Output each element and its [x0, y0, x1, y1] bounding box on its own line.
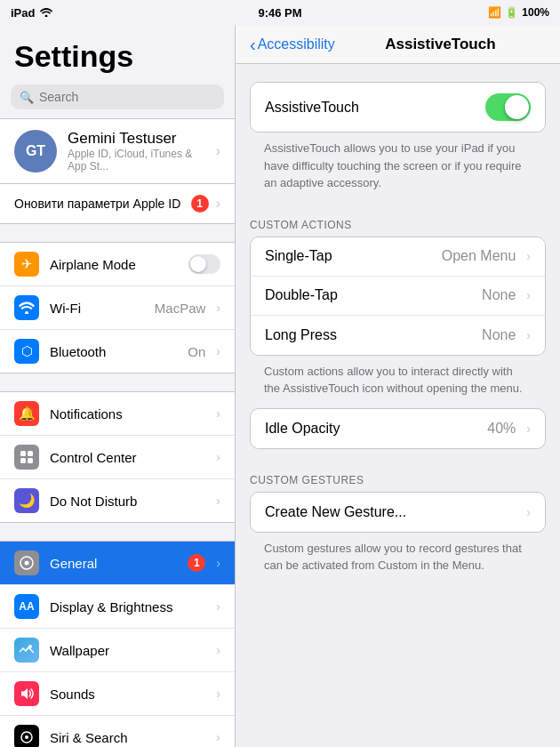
- sidebar: Settings 🔍 GT Gemini Testuser Apple ID, …: [0, 25, 236, 747]
- controlcenter-chevron: ›: [216, 450, 220, 464]
- svg-point-11: [25, 735, 28, 739]
- idle-opacity-section: Idle Opacity 40% ›: [250, 408, 546, 449]
- assistivetouch-toggle[interactable]: [485, 93, 531, 121]
- idle-opacity-row[interactable]: Idle Opacity 40% ›: [251, 409, 545, 448]
- donotdisturb-label: Do Not Disturb: [50, 494, 205, 509]
- siri-chevron: ›: [216, 730, 220, 744]
- notifications-icon: 🔔: [14, 401, 39, 426]
- svg-point-7: [25, 561, 29, 566]
- sidebar-item-controlcenter[interactable]: Control Center ›: [0, 436, 235, 479]
- sidebar-item-notifications[interactable]: 🔔 Notifications ›: [0, 392, 235, 436]
- user-profile-section[interactable]: GT Gemini Testuser Apple ID, iCloud, iTu…: [0, 118, 235, 184]
- sidebar-item-displaybrightness[interactable]: AA Display & Brightness ›: [0, 585, 235, 629]
- right-header: ‹ Accessibility AssistiveTouch: [236, 25, 560, 64]
- back-chevron-icon: ‹: [250, 36, 256, 53]
- sidebar-title: Settings: [0, 25, 235, 81]
- displaybrightness-icon: AA: [14, 594, 39, 619]
- single-tap-chevron: ›: [526, 249, 531, 263]
- assistivetouch-toggle-row[interactable]: AssistiveTouch: [251, 83, 545, 132]
- airplane-icon: ✈: [14, 252, 39, 277]
- bluetooth-icon: ⬡: [14, 339, 39, 364]
- settings-group-prefs: General 1 › AA Display & Brightness › Wa…: [0, 541, 235, 747]
- sounds-svg: [20, 687, 34, 701]
- double-tap-row[interactable]: Double-Tap None ›: [251, 277, 545, 316]
- carrier-text: iPad: [11, 6, 35, 20]
- sidebar-item-donotdisturb[interactable]: 🌙 Do Not Disturb ›: [0, 479, 235, 522]
- wifi-status-icon: [40, 8, 52, 17]
- custom-actions-section: CUSTOM ACTIONS Single-Tap Open Menu › Do…: [250, 212, 546, 356]
- sounds-icon: [14, 681, 39, 706]
- svg-rect-2: [20, 451, 26, 456]
- general-label: General: [50, 556, 177, 571]
- controlcenter-label: Control Center: [50, 450, 205, 465]
- search-icon: 🔍: [20, 91, 34, 104]
- wifi-label: Wi-Fi: [50, 301, 144, 316]
- sidebar-item-general[interactable]: General 1 ›: [0, 542, 235, 585]
- status-bar-time: 9:46 PM: [258, 6, 301, 20]
- siri-icon: [14, 725, 39, 747]
- user-subtitle: Apple ID, iCloud, iTunes & App St...: [68, 148, 205, 173]
- wallpaper-chevron: ›: [216, 643, 220, 657]
- search-input[interactable]: [39, 90, 215, 104]
- wallpaper-label: Wallpaper: [50, 643, 205, 658]
- single-tap-row[interactable]: Single-Tap Open Menu ›: [251, 237, 545, 277]
- custom-actions-description: Custom actions allow you to interact dir…: [250, 356, 546, 408]
- bluetooth-icon: 📶: [488, 6, 501, 19]
- create-gesture-label: Create New Gesture...: [265, 504, 516, 520]
- wifi-icon: [14, 295, 39, 320]
- sidebar-item-wallpaper[interactable]: Wallpaper ›: [0, 629, 235, 672]
- create-gesture-row[interactable]: Create New Gesture... ›: [251, 493, 545, 532]
- airplane-label: Airplane Mode: [50, 257, 178, 272]
- siri-label: Siri & Search: [50, 730, 205, 745]
- svg-point-9: [28, 645, 32, 648]
- general-svg: [20, 556, 34, 570]
- wifi-svg: [19, 301, 35, 314]
- controlcenter-icon: [14, 445, 39, 470]
- update-banner[interactable]: Оновити параметри Apple ID 1 ›: [0, 184, 235, 224]
- single-tap-value: Open Menu: [442, 248, 516, 264]
- general-chevron: ›: [216, 556, 220, 570]
- sidebar-item-airplane[interactable]: ✈ Airplane Mode: [0, 243, 235, 286]
- settings-group-connectivity: ✈ Airplane Mode Wi-Fi MacPaw › ⬡ Blu: [0, 242, 235, 374]
- sounds-label: Sounds: [50, 687, 205, 702]
- donotdisturb-icon: 🌙: [14, 488, 39, 513]
- long-press-label: Long Press: [265, 327, 471, 343]
- sidebar-item-siri[interactable]: Siri & Search ›: [0, 716, 235, 747]
- assistivetouch-label: AssistiveTouch: [265, 100, 475, 116]
- update-chevron-icon: ›: [216, 196, 220, 212]
- wifi-chevron: ›: [216, 301, 220, 315]
- idle-opacity-chevron: ›: [526, 422, 531, 436]
- controlcenter-svg: [20, 450, 34, 464]
- sounds-chevron: ›: [216, 687, 220, 701]
- svg-rect-4: [20, 458, 26, 463]
- single-tap-label: Single-Tap: [265, 248, 431, 264]
- wifi-value: MacPaw: [155, 301, 206, 316]
- right-panel: ‹ Accessibility AssistiveTouch Assistive…: [236, 25, 560, 747]
- bluetooth-chevron: ›: [216, 344, 220, 358]
- assistivetouch-description: AssistiveTouch allows you to use your iP…: [250, 133, 546, 203]
- wallpaper-svg: [20, 644, 34, 656]
- avatar: GT: [14, 130, 57, 173]
- search-bar[interactable]: 🔍: [11, 84, 224, 109]
- custom-gestures-section: CUSTOM GESTURES Create New Gesture... ›: [250, 467, 546, 533]
- sidebar-item-wifi[interactable]: Wi-Fi MacPaw ›: [0, 286, 235, 330]
- custom-gestures-description: Custom gestures allow you to record gest…: [250, 533, 546, 585]
- sidebar-item-bluetooth[interactable]: ⬡ Bluetooth On ›: [0, 330, 235, 373]
- user-chevron-icon: ›: [216, 143, 220, 159]
- battery-percentage: 100%: [522, 6, 549, 19]
- user-name: Gemini Testuser: [68, 130, 205, 148]
- idle-opacity-box: Idle Opacity 40% ›: [250, 408, 546, 449]
- custom-actions-list: Single-Tap Open Menu › Double-Tap None ›…: [250, 237, 546, 356]
- wallpaper-icon: [14, 638, 39, 663]
- general-badge: 1: [188, 554, 205, 572]
- idle-opacity-label: Idle Opacity: [265, 421, 476, 437]
- donotdisturb-chevron: ›: [216, 494, 220, 508]
- custom-gestures-header: CUSTOM GESTURES: [250, 467, 546, 492]
- long-press-chevron: ›: [526, 328, 531, 342]
- long-press-row[interactable]: Long Press None ›: [251, 316, 545, 355]
- svg-rect-5: [28, 458, 33, 463]
- back-button[interactable]: ‹ Accessibility: [250, 36, 335, 53]
- airplane-toggle[interactable]: [188, 254, 220, 274]
- sidebar-item-sounds[interactable]: Sounds ›: [0, 672, 235, 716]
- notifications-chevron: ›: [216, 406, 220, 421]
